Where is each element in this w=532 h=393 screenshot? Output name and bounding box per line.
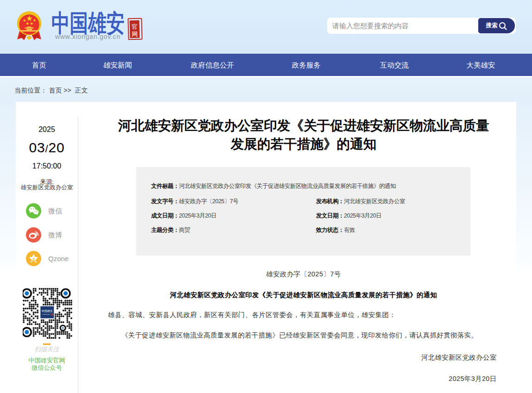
svg-text:中国雄安: 中国雄安 <box>42 309 53 313</box>
